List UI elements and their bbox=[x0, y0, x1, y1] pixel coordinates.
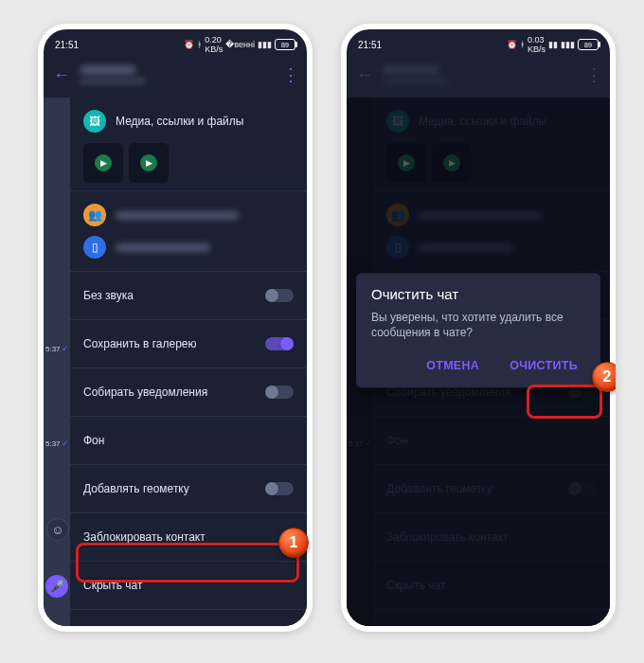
mute-toggle[interactable] bbox=[265, 289, 294, 302]
net-speed-icon: 0.20KB/s bbox=[205, 35, 223, 54]
device-link[interactable]: ▯ bbox=[83, 231, 294, 263]
signal-icon: ▮▮▮ bbox=[258, 40, 272, 49]
status-bar: 21:51 ⏰ ᚼ 0.20KB/s �венні ▮▮▮ 89 bbox=[44, 29, 307, 54]
content: 5:37✓✓ 5:37✓✓ ☺ 🎤 🖼 Медиа, ссылки и файл… bbox=[44, 98, 307, 626]
media-icon: 🖼 bbox=[83, 110, 106, 133]
step2-badge: 2 bbox=[592, 362, 616, 392]
battery-icon: 89 bbox=[275, 39, 295, 50]
voice-button[interactable]: 🎤 bbox=[45, 575, 68, 598]
notifications-label: Собирать уведомления bbox=[83, 385, 207, 399]
wifi-icon: �венні bbox=[225, 40, 255, 49]
bluetooth-icon: ᚼ bbox=[520, 40, 525, 49]
attach-button[interactable]: ☺ bbox=[46, 518, 69, 541]
contact-name-blurred bbox=[80, 65, 136, 75]
menu-button: ⋮ bbox=[585, 66, 600, 83]
phone-step1: 21:51 ⏰ ᚼ 0.20KB/s �венні ▮▮▮ 89 ← ⋮ bbox=[38, 24, 313, 632]
status-bar: 21:51 ⏰ ᚼ 0.03KB/s ▮▮ ▮▮▮ 89 bbox=[347, 29, 610, 54]
delete-all-messages-row[interactable]: Удалить все сообщения bbox=[70, 609, 307, 626]
group-link[interactable]: 👥 bbox=[83, 199, 294, 231]
play-icon: ▶ bbox=[95, 154, 112, 171]
linked-section: 👥 ▯ bbox=[70, 190, 307, 271]
alarm-icon: ⏰ bbox=[184, 40, 194, 49]
notifications-row[interactable]: Собирать уведомления bbox=[70, 367, 307, 416]
group-name-blurred bbox=[116, 211, 239, 220]
group-icon: 👥 bbox=[83, 204, 106, 226]
dialog-confirm-button[interactable]: ОЧИСТИТЬ bbox=[502, 353, 585, 378]
status-right: ⏰ ᚼ 0.20KB/s �венні ▮▮▮ 89 bbox=[184, 35, 295, 54]
app-header: ← ⋮ bbox=[44, 54, 307, 96]
hide-chat-row[interactable]: Скрыть чат bbox=[70, 561, 307, 609]
dialog-body: Вы уверены, что хотите удалить все сообщ… bbox=[371, 310, 585, 340]
contact-name-blurred bbox=[383, 65, 439, 75]
device-icon: ▯ bbox=[83, 236, 106, 259]
content: 5:37✓✓ 🖼 Медиа, ссылки и файлы ▶ ▶ bbox=[347, 98, 610, 626]
app-header: ← ⋮ bbox=[347, 54, 610, 96]
bluetooth-icon: ᚼ bbox=[197, 40, 202, 49]
phone-step2: 21:51 ⏰ ᚼ 0.03KB/s ▮▮ ▮▮▮ 89 ← ⋮ bbox=[341, 24, 616, 632]
dialog-actions: ОТМЕНА ОЧИСТИТЬ bbox=[371, 353, 585, 378]
chat-preview-strip: 5:37✓✓ 5:37✓✓ ☺ 🎤 bbox=[44, 98, 71, 626]
signal-icon: ▮▮▮ bbox=[561, 40, 575, 49]
step1-badge: 1 bbox=[278, 528, 309, 558]
device-name-blurred bbox=[116, 243, 210, 252]
play-icon: ▶ bbox=[140, 154, 157, 171]
clear-chat-dialog: Очистить чат Вы уверены, что хотите удал… bbox=[356, 273, 600, 387]
media-label: Медиа, ссылки и файлы bbox=[116, 115, 243, 128]
mute-row[interactable]: Без звука bbox=[70, 271, 307, 319]
dialog-cancel-button[interactable]: ОТМЕНА bbox=[419, 353, 487, 378]
geotag-toggle[interactable] bbox=[265, 482, 294, 495]
net-speed-icon: 0.03KB/s bbox=[528, 35, 546, 54]
tutorial-canvas: 21:51 ⏰ ᚼ 0.20KB/s �венні ▮▮▮ 89 ← ⋮ bbox=[0, 0, 644, 663]
chat-title bbox=[383, 65, 576, 84]
geotag-row[interactable]: Добавлять геометку bbox=[70, 464, 307, 512]
battery-icon: 89 bbox=[578, 39, 599, 50]
menu-button[interactable]: ⋮ bbox=[282, 66, 297, 83]
background-label: Фон bbox=[83, 434, 104, 447]
block-label: Заблокировать контакт bbox=[83, 530, 206, 544]
wifi-icon: ▮▮ bbox=[548, 40, 558, 49]
save-gallery-row[interactable]: Сохранить в галерею bbox=[70, 319, 307, 367]
notifications-toggle[interactable] bbox=[265, 385, 294, 399]
media-thumbs: ▶ ▶ bbox=[83, 143, 294, 183]
chat-settings-panel: 🖼 Медиа, ссылки и файлы ▶ ▶ 👥 bbox=[70, 98, 307, 626]
screen: 21:51 ⏰ ᚼ 0.03KB/s ▮▮ ▮▮▮ 89 ← ⋮ bbox=[347, 29, 610, 626]
status-time: 21:51 bbox=[358, 40, 382, 50]
contact-status-blurred bbox=[80, 78, 146, 84]
media-section[interactable]: 🖼 Медиа, ссылки и файлы ▶ ▶ bbox=[70, 98, 307, 190]
status-time: 21:51 bbox=[55, 40, 79, 50]
back-button[interactable]: ← bbox=[53, 65, 70, 85]
background-row[interactable]: Фон bbox=[70, 416, 307, 464]
save-gallery-label: Сохранить в галерею bbox=[83, 337, 196, 350]
back-button: ← bbox=[356, 65, 373, 85]
block-row[interactable]: Заблокировать контакт bbox=[70, 512, 307, 561]
mute-label: Без звука bbox=[83, 289, 134, 302]
geotag-label: Добавлять геометку bbox=[83, 482, 189, 495]
media-thumb[interactable]: ▶ bbox=[129, 143, 169, 183]
status-right: ⏰ ᚼ 0.03KB/s ▮▮ ▮▮▮ 89 bbox=[507, 35, 599, 54]
media-thumb[interactable]: ▶ bbox=[83, 143, 123, 183]
contact-status-blurred bbox=[383, 78, 449, 84]
alarm-icon: ⏰ bbox=[507, 40, 517, 49]
save-gallery-toggle[interactable] bbox=[265, 337, 294, 350]
dialog-title: Очистить чат bbox=[371, 286, 585, 302]
screen: 21:51 ⏰ ᚼ 0.20KB/s �венні ▮▮▮ 89 ← ⋮ bbox=[44, 29, 307, 626]
hide-chat-label: Скрыть чат bbox=[83, 579, 142, 592]
chat-title[interactable] bbox=[80, 65, 273, 84]
